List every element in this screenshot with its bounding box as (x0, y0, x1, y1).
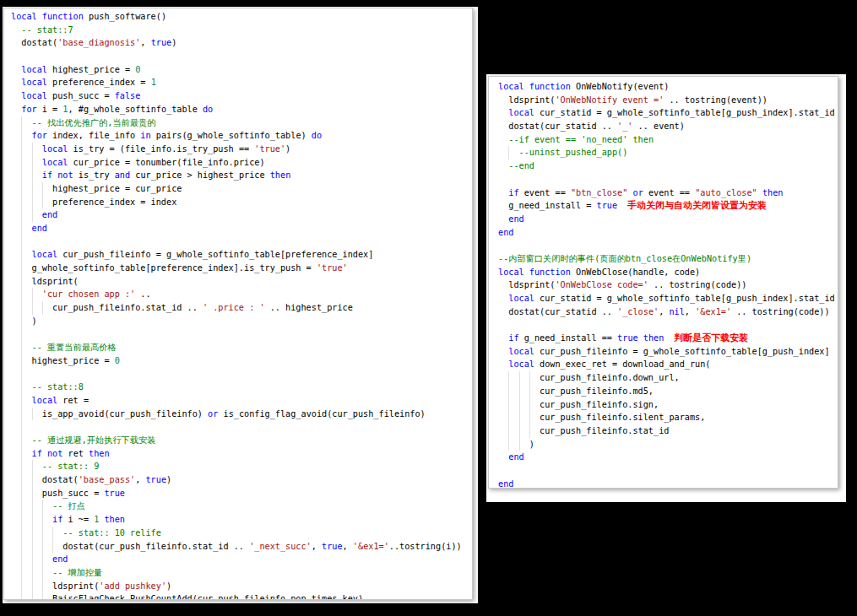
code-line: end (11, 553, 472, 566)
code-line: end (498, 213, 838, 226)
code-line: if event == "btn_close" or event == "aut… (498, 186, 838, 200)
code-line: BaiscFlagCheck.PushCountAdd(cur_push_fil… (11, 592, 472, 600)
code-line: g_need_install = true手动关闭与自动关闭皆设置为安装 (498, 199, 838, 213)
code-line: local function OnWebNotify(event) (498, 80, 838, 94)
right-code-content: local function OnWebNotify(event) ldspri… (498, 80, 838, 489)
code-line: local cur_statid = g_whole_softinfo_tabl… (498, 106, 838, 120)
code-line: if i ~= 1 then (11, 513, 472, 527)
screen: local function push_software() -- stat::… (0, 0, 857, 616)
red-annotation: 手动关闭与自动关闭皆设置为安装 (627, 200, 767, 211)
code-line: dostat(cur_statid .. '_close', nil, '&ex… (498, 305, 838, 319)
left-code-editor: local function push_software() -- stat::… (3, 8, 473, 600)
code-line: dostat('base_pass', true) (11, 473, 472, 487)
code-line (498, 239, 838, 252)
code-line: local highest_price = 0 (11, 63, 472, 77)
code-line: local cur_price = tonumber(file_info.pri… (11, 156, 472, 170)
code-line: -- 打点 (11, 500, 472, 513)
code-line: --if event == 'no_need' then (498, 133, 838, 147)
code-line: local push_succ = false (11, 89, 472, 103)
code-line: local cur_push_fileinfo = g_whole_softin… (11, 248, 472, 262)
code-line: ldsprint('add pushkey') (11, 580, 472, 593)
code-line: highest_price = 0 (11, 354, 472, 368)
code-line: -- 增加控量 (11, 566, 472, 580)
code-line: local preference_index = 1 (11, 76, 472, 89)
code-line: ) (11, 315, 472, 328)
right-code-panel: local function OnWebNotify(event) ldspri… (486, 74, 846, 502)
code-line: 'cur chosen app :' .. (11, 288, 472, 301)
code-line: if g_need_install == true then判断是否下载安装 (498, 332, 838, 345)
left-code-panel: local function push_software() -- stat::… (3, 7, 478, 603)
code-line: -- stat::7 (11, 24, 472, 37)
code-line: cur_push_fileinfo.md5, (498, 385, 838, 398)
code-line: cur_push_fileinfo.down_url, (498, 371, 838, 385)
code-line: local down_exec_ret = download_and_run( (498, 358, 838, 371)
code-line: for index, file_info in pairs(g_whole_so… (11, 129, 472, 143)
code-line (11, 420, 472, 434)
code-line: --内部窗口关闭时的事件(页面的btn_close在OnWebNotify里) (498, 252, 838, 266)
code-line: --end (498, 159, 838, 173)
code-line: local is_try = (file_info.is_try_push ==… (11, 143, 472, 156)
indent-guide (21, 235, 22, 249)
code-line: end (498, 478, 838, 489)
code-line: --uninst_pushed_app() (498, 146, 838, 159)
code-line: if not is_try and cur_price > highest_pr… (11, 169, 472, 182)
code-line: -- stat::8 (11, 381, 472, 394)
code-line: local ret = (11, 394, 472, 408)
code-line: dostat('base_diagnosis', true) (11, 36, 472, 50)
code-line: -- stat:: 10 relife (11, 527, 472, 540)
code-line: ldsprint('OnWebNotify event =' .. tostri… (498, 94, 838, 107)
code-line: cur_push_fileinfo.stat_id (498, 424, 838, 438)
code-line: -- 重置当前最高价格 (11, 341, 472, 354)
code-line: ldsprint('OnWebClose code=' .. tostring(… (498, 278, 838, 292)
left-code-content: local function push_software() -- stat::… (11, 10, 472, 600)
code-line (498, 464, 838, 478)
code-line: is_app_avoid(cur_push_fileinfo) or is_co… (11, 408, 472, 421)
indent-guide (21, 368, 22, 381)
code-line: local cur_statid = g_whole_softinfo_tabl… (498, 292, 838, 305)
code-line: -- 通过规避,开始执行下载安装 (11, 434, 472, 447)
code-line (11, 368, 472, 381)
code-line: if not ret then (11, 447, 472, 461)
code-line: dostat(cur_push_fileinfo.stat_id .. '_ne… (11, 540, 472, 554)
code-line (11, 328, 472, 342)
code-line: for i = 1, #g_whole_softinfo_table do (11, 103, 472, 116)
code-line: ) (498, 438, 838, 451)
code-line: push_succ = true (11, 487, 472, 500)
code-line: preference_index = index (11, 196, 472, 209)
code-line: highest_price = cur_price (11, 182, 472, 196)
code-line: local function push_software() (11, 10, 472, 24)
right-code-editor: local function OnWebNotify(event) ldspri… (488, 76, 838, 489)
code-line (11, 235, 472, 249)
code-line: -- stat:: 9 (11, 460, 472, 473)
code-line: local cur_push_fileinfo = g_whole_softin… (498, 345, 838, 359)
code-line: g_whole_softinfo_table[preference_index]… (11, 262, 472, 275)
code-line: ldsprint( (11, 275, 472, 289)
code-line (498, 173, 838, 186)
code-line: cur_push_fileinfo.stat_id .. ' .price : … (11, 301, 472, 315)
code-line (11, 50, 472, 63)
code-line: -- 找出优先推广的,当前最贵的 (11, 116, 472, 130)
indent-guide (21, 328, 22, 342)
code-line: cur_push_fileinfo.silent_params, (498, 411, 838, 424)
code-line: end (11, 208, 472, 222)
code-line: local function OnWebClose(handle, code) (498, 266, 838, 279)
code-line: dostat(cur_statid .. '_' .. event) (498, 120, 838, 133)
indent-guide (21, 420, 22, 434)
red-annotation: 判断是否下载安装 (674, 332, 748, 343)
code-line: end (498, 226, 838, 240)
code-line: end (11, 222, 472, 235)
code-line: end (498, 451, 838, 464)
code-line (498, 318, 838, 332)
code-line: cur_push_fileinfo.sign, (498, 398, 838, 412)
